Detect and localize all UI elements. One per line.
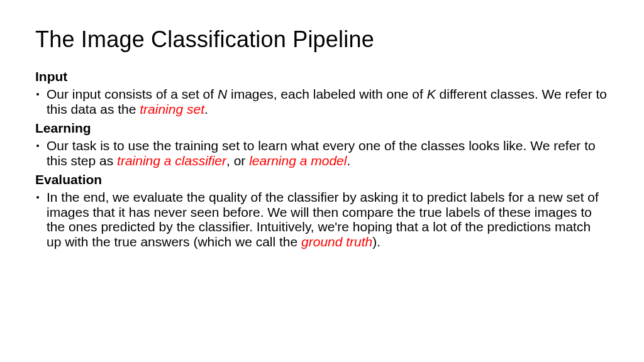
section-header-learning: Learning — [35, 121, 609, 136]
bullet-row-learning: Our task is to use the training set to l… — [35, 138, 609, 168]
text-fragment: . — [204, 102, 208, 116]
bullet-text-learning: Our task is to use the training set to l… — [47, 138, 609, 168]
variable-n: N — [218, 87, 227, 101]
bullet-icon — [36, 145, 39, 147]
section-header-evaluation: Evaluation — [35, 172, 609, 187]
text-fragment: . — [347, 153, 350, 168]
bullet-text-input: Our input consists of a set of N images,… — [47, 87, 609, 117]
text-fragment: Our input consists of a set of — [47, 87, 218, 101]
text-fragment: ). — [372, 234, 380, 249]
slide-title: The Image Classification Pipeline — [35, 26, 609, 53]
term-training-classifier: training a classifier — [117, 153, 226, 168]
bullet-row-input: Our input consists of a set of N images,… — [35, 87, 609, 117]
bullet-icon — [36, 93, 39, 96]
bullet-row-evaluation: In the end, we evaluate the quality of t… — [35, 190, 609, 250]
section-header-input: Input — [35, 69, 609, 84]
text-fragment: , or — [226, 153, 249, 168]
text-fragment: images, each labeled with one of — [227, 87, 427, 101]
term-ground-truth: ground truth — [301, 234, 372, 249]
slide-content: Input Our input consists of a set of N i… — [35, 69, 609, 250]
bullet-text-evaluation: In the end, we evaluate the quality of t… — [47, 190, 609, 250]
term-learning-model: learning a model — [249, 153, 347, 168]
bullet-icon — [36, 196, 39, 199]
variable-k: K — [427, 87, 436, 101]
term-training-set: training set — [140, 102, 204, 116]
